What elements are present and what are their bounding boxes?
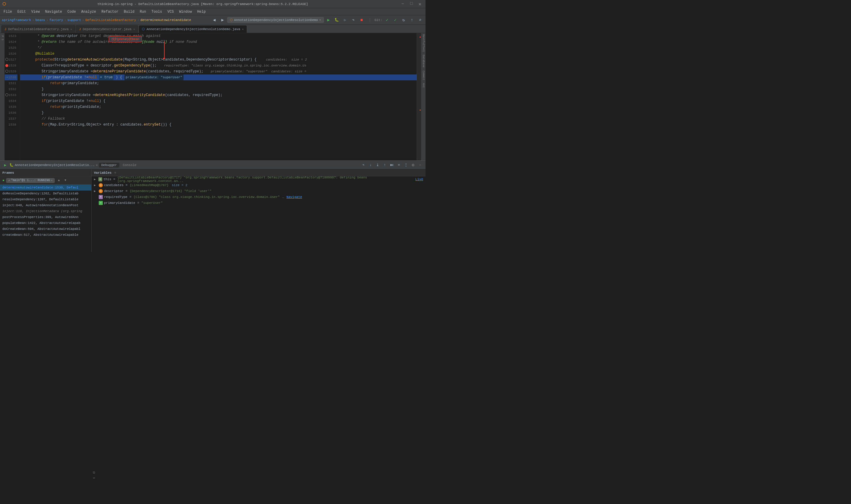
run-to-cursor-btn[interactable]: ⏭ xyxy=(389,162,395,168)
var-descriptor[interactable]: ▶ o descriptor = {DependencyDescriptor@1… xyxy=(92,188,426,194)
add-variable-button[interactable]: + xyxy=(114,170,116,175)
frames-list: determineAutowireCandidate:1530, Defaul … xyxy=(0,185,91,252)
search-everywhere-icon[interactable]: ⌕ xyxy=(417,17,424,24)
step-out-btn[interactable]: ↑ xyxy=(382,162,388,168)
thread-label: "main"@1 i...: RUNNING xyxy=(11,179,50,182)
menu-code[interactable]: Code xyxy=(65,9,78,15)
expand-this[interactable]: ▶ xyxy=(94,178,97,181)
var-this-live-link[interactable]: Live xyxy=(415,178,423,181)
menu-help[interactable]: Help xyxy=(195,9,208,15)
debug-settings-icon[interactable]: ⚙ xyxy=(410,162,416,168)
var-required-type[interactable]: ▶ ≡ requiredType = {Class@1786} "class o… xyxy=(92,194,426,200)
git-commit-icon[interactable]: ✓ xyxy=(383,17,391,24)
structure-sidebar-icon[interactable]: S xyxy=(1,39,4,40)
commit-icon[interactable]: Commit xyxy=(422,71,425,80)
debug-tab-debugger[interactable]: Debugger xyxy=(99,163,120,167)
menu-view[interactable]: View xyxy=(29,9,42,15)
menu-refactor[interactable]: Refactor xyxy=(99,9,121,15)
title-bar-controls: – □ ✕ xyxy=(399,1,423,7)
breadcrumb-factory[interactable]: factory xyxy=(49,18,63,22)
step-over-debug-btn[interactable]: ↷ xyxy=(361,162,366,168)
frame-item-7[interactable]: doCreateBean:594, AbstractAutowireCapabl xyxy=(0,226,91,232)
breadcrumb-support[interactable]: support xyxy=(67,18,81,22)
code-line-1535: return priorityCandidate; xyxy=(20,104,417,110)
frame-item-8[interactable]: createBean:517, AbstractAutowireCapable xyxy=(0,232,91,238)
frame-item-5[interactable]: postProcessProperties:399, AutowiredAnn xyxy=(0,214,91,220)
thread-status-badge[interactable]: ✓ "main"@1 i...: RUNNING ▾ xyxy=(6,178,55,183)
tab-close-icon[interactable]: ✕ xyxy=(70,28,72,31)
thread-down-btn[interactable]: ▼ xyxy=(63,178,68,183)
run-config-selector[interactable]: ⬡ AnnotationDependencyInjectionResolutio… xyxy=(227,17,324,23)
close-button[interactable]: ✕ xyxy=(417,1,423,7)
toolbar-back-button[interactable]: ◀ xyxy=(211,17,218,24)
menu-tools[interactable]: Tools xyxy=(149,9,165,15)
step-into-debug-btn[interactable]: ↓ xyxy=(367,162,374,168)
editor-scrollbar[interactable] xyxy=(417,33,421,160)
code-line-1529: String primaryCandidate = determinePrima… xyxy=(20,69,417,74)
breadcrumb-method[interactable]: determineAutowireCandidate xyxy=(140,18,191,22)
git-push-icon[interactable]: ↑ xyxy=(409,17,415,24)
menu-bar: File Edit View Navigate Code Analyze Ref… xyxy=(0,8,426,15)
minimize-button[interactable]: – xyxy=(399,1,406,7)
menu-file[interactable]: File xyxy=(1,9,15,15)
evaluate-expression-btn[interactable]: = xyxy=(396,162,402,168)
debug-tab-console[interactable]: Console xyxy=(121,163,139,167)
var-this[interactable]: ▶ o this = {DefaultListableBeanFactory@1… xyxy=(92,176,426,182)
more-debug-options[interactable]: ⋮ xyxy=(403,162,409,168)
tab-label: DependencyDescriptor.java xyxy=(83,28,131,31)
debug-close-icon[interactable]: – xyxy=(417,162,423,168)
thread-up-btn[interactable]: ▲ xyxy=(56,178,61,183)
frame-item-6[interactable]: populateBean:1422, AbstractAutowireCapab xyxy=(0,220,91,226)
line-1530: → 1530 xyxy=(5,74,17,80)
tab-close-icon[interactable]: ✕ xyxy=(133,28,135,31)
git-check-icon[interactable]: ✓ xyxy=(392,17,399,24)
menu-navigate[interactable]: Navigate xyxy=(42,9,65,15)
menu-vcs[interactable]: VCS xyxy=(165,9,176,15)
resume-button[interactable]: ▶ xyxy=(2,162,8,168)
menu-run[interactable]: Run xyxy=(138,9,149,15)
frame-item-1[interactable]: doResolveDependency:1262, DefaultListab xyxy=(0,191,91,196)
toolbar-forward-button[interactable]: ▶ xyxy=(219,17,226,24)
tab-java-icon: J xyxy=(79,28,81,31)
coverage-button[interactable]: ▷ xyxy=(342,17,349,24)
debug-session-label: 🐛 AnnotationDependencyInjectionResolutio… xyxy=(10,163,98,167)
restful-tool-icon[interactable]: RestfulTool xyxy=(422,34,425,52)
frame-item-0[interactable]: determineAutowireCandidate:1530, Defaul xyxy=(0,185,91,191)
menu-analyze[interactable]: Analyze xyxy=(79,9,98,15)
force-step-into-btn[interactable]: ⤓ xyxy=(375,162,381,168)
code-line-1534: if (priorityCandidate != null ) { xyxy=(20,98,417,104)
code-line-1524: * @return the name of the autowire candi… xyxy=(20,39,417,45)
git-update-icon[interactable]: ↻ xyxy=(400,17,407,24)
debug-run-button[interactable]: 🐛 xyxy=(333,17,340,24)
database-icon[interactable]: Database xyxy=(422,55,425,67)
thread-checkmark: ✓ xyxy=(8,179,10,182)
frame-item-4[interactable]: inject:116, InjectionMetadata (org.sprin… xyxy=(0,208,91,214)
code-line-1533: String priorityCandidate = determineHigh… xyxy=(20,92,417,98)
menu-edit[interactable]: Edit xyxy=(15,9,29,15)
expand-candidates[interactable]: ▶ xyxy=(94,183,97,187)
breadcrumb-springframework[interactable]: springframework xyxy=(2,18,31,22)
ant-icon[interactable]: Ant xyxy=(422,83,425,88)
run-button[interactable]: ▶ xyxy=(325,17,332,24)
menu-window[interactable]: Window xyxy=(177,9,194,15)
tab-close-icon[interactable]: ✕ xyxy=(242,28,244,31)
breakpoint-1528[interactable] xyxy=(5,64,8,67)
menu-build[interactable]: Build xyxy=(122,9,137,15)
maximize-button[interactable]: □ xyxy=(409,1,414,7)
right-sidebar-icons: RestfulTool Database Commit Ant xyxy=(421,33,426,160)
tab-dependencydescriptor[interactable]: J DependencyDescriptor.java ✕ xyxy=(76,25,138,33)
step-over-button[interactable]: ↷ xyxy=(350,17,357,24)
stop-button[interactable]: ■ xyxy=(358,17,365,24)
frame-item-2[interactable]: resolveDependency:1207, DefaultListable xyxy=(0,196,91,202)
project-sidebar-icon[interactable]: P xyxy=(1,35,4,37)
frame-item-3[interactable]: inject:640, AutowiredAnnotationBeanPost xyxy=(0,202,91,208)
var-primary-candidate[interactable]: ▶ = primaryCandidate = "superUser" xyxy=(92,200,426,206)
breadcrumb-beans[interactable]: beans xyxy=(35,18,45,22)
debug-session-name: AnnotationDependencyInjectionResolutio..… xyxy=(15,163,95,167)
expand-descriptor[interactable]: ▶ xyxy=(94,190,97,193)
var-candidates[interactable]: ▶ o candidates = {LinkedHashMap@1787} si… xyxy=(92,182,426,188)
tab-defaultlistablebeanfactory[interactable]: J DefaultListableBeanFactory.java ✕ xyxy=(1,25,75,33)
breadcrumb-class[interactable]: DefaultListableBeanFactory xyxy=(85,18,136,22)
var-navigate-link[interactable]: Navigate xyxy=(287,195,302,199)
tab-annotation-demo[interactable]: ⬡ AnnotationDependencyInjectionResolutio… xyxy=(139,25,247,33)
